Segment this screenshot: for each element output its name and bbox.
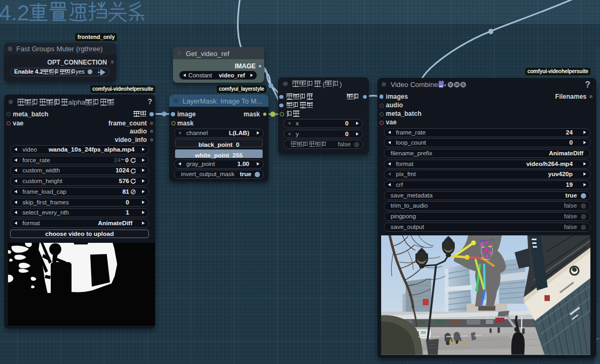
svg-text:H: H: [455, 82, 459, 87]
svg-text:S: S: [462, 82, 465, 87]
svg-text:V: V: [449, 82, 452, 87]
